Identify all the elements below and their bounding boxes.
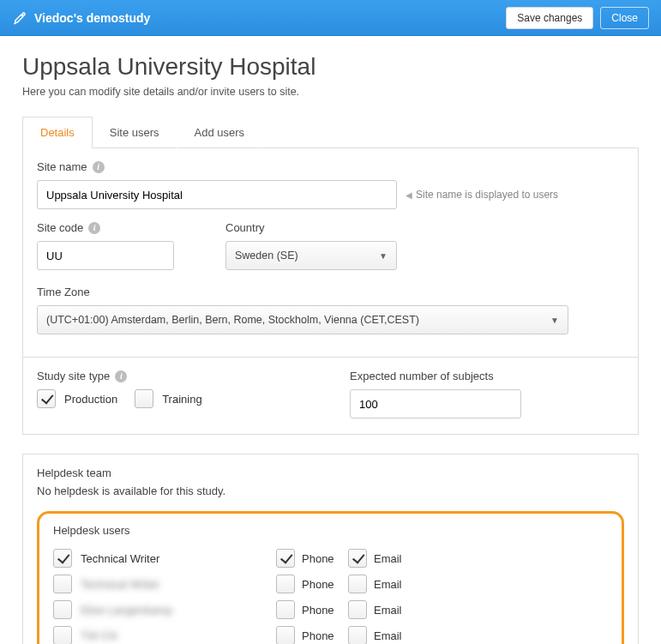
save-button[interactable]: Save changes: [506, 7, 593, 29]
helpdesk-user-name: Technical Writer: [81, 578, 159, 591]
site-name-label: Site name i: [37, 160, 624, 173]
helpdesk-team-label: Helpdesk team: [37, 466, 624, 479]
helpdesk-phone-label: Phone: [302, 578, 334, 591]
site-code-label: Site code i: [37, 221, 174, 234]
helpdesk-phone-label: Phone: [302, 629, 334, 642]
info-icon[interactable]: i: [93, 161, 105, 173]
study-site-type-text: Study site type: [37, 370, 110, 382]
tools-icon: [12, 10, 27, 26]
training-checkbox[interactable]: [135, 389, 153, 408]
helpdesk-email-label: Email: [374, 578, 402, 591]
site-name-input[interactable]: [37, 180, 397, 209]
country-select[interactable]: Sweden (SE) ▼: [225, 241, 397, 270]
helpdesk-email-checkbox[interactable]: [348, 600, 367, 619]
helpdesk-user-checkbox[interactable]: [53, 575, 72, 593]
helpdesk-phone-checkbox[interactable]: [276, 575, 295, 593]
training-label: Training: [162, 393, 201, 406]
helpdesk-user-row: Technical WriterPhoneEmail: [53, 545, 608, 571]
helpdesk-team-msg: No helpdesk is available for this study.: [37, 485, 624, 497]
helpdesk-email-checkbox[interactable]: [348, 575, 367, 593]
chevron-down-icon: ▼: [550, 316, 559, 325]
helpdesk-user-row: Elise LangenkampPhoneEmail: [53, 597, 608, 623]
helpdesk-email-label: Email: [374, 552, 402, 565]
info-icon[interactable]: i: [88, 222, 100, 234]
helpdesk-users-highlight: Helpdesk users Technical WriterPhoneEmai…: [37, 511, 624, 644]
helpdesk-users-label: Helpdesk users: [53, 524, 608, 537]
expected-label: Expected number of subjects: [350, 370, 624, 382]
site-name-hint-text: Site name is displayed to users: [416, 189, 558, 201]
expected-input[interactable]: [350, 389, 521, 418]
info-icon[interactable]: i: [115, 370, 127, 382]
helpdesk-email-label: Email: [374, 604, 402, 617]
site-name-hint: ◀ Site name is displayed to users: [406, 189, 558, 201]
page-title: Uppsala University Hospital: [22, 53, 639, 81]
close-button[interactable]: Close: [600, 7, 649, 29]
timezone-value: (UTC+01:00) Amsterdam, Berlin, Bern, Rom…: [46, 314, 419, 326]
tab-details[interactable]: Details: [22, 117, 93, 148]
helpdesk-panel: Helpdesk team No helpdesk is available f…: [22, 454, 639, 644]
helpdesk-user-checkbox[interactable]: [53, 600, 72, 619]
helpdesk-phone-checkbox[interactable]: [276, 549, 295, 568]
country-value: Sweden (SE): [235, 250, 298, 262]
timezone-select[interactable]: (UTC+01:00) Amsterdam, Berlin, Bern, Rom…: [37, 305, 568, 334]
helpdesk-phone-checkbox[interactable]: [276, 626, 295, 644]
production-checkbox[interactable]: [37, 389, 56, 408]
tabs: Details Site users Add users: [22, 117, 639, 148]
timezone-label: Time Zone: [37, 286, 624, 298]
helpdesk-user-name: Technical Writer: [81, 552, 159, 565]
topbar: Viedoc's demostudy Save changes Close: [0, 0, 661, 36]
page-subtitle: Here you can modify site details and/or …: [22, 86, 639, 98]
site-code-label-text: Site code: [37, 221, 83, 234]
study-site-type-label: Study site type i: [37, 370, 315, 382]
helpdesk-email-checkbox[interactable]: [348, 626, 367, 644]
helpdesk-user-row: Technical WriterPhoneEmail: [53, 571, 608, 597]
helpdesk-email-checkbox[interactable]: [348, 549, 367, 568]
content: Uppsala University Hospital Here you can…: [0, 36, 661, 644]
details-panel: Site name i ◀ Site name is displayed to …: [22, 147, 639, 358]
helpdesk-user-name: Elise Langenkamp: [81, 604, 172, 617]
country-label: Country: [225, 221, 397, 234]
tab-add-users[interactable]: Add users: [177, 117, 263, 148]
site-code-input[interactable]: [37, 241, 174, 270]
production-label: Production: [64, 393, 117, 406]
chevron-left-icon: ◀: [406, 190, 412, 200]
helpdesk-phone-checkbox[interactable]: [276, 600, 295, 619]
helpdesk-user-name: TW CN: [81, 629, 117, 642]
site-type-panel: Study site type i Production Training Ex…: [22, 358, 639, 435]
helpdesk-phone-label: Phone: [302, 604, 334, 617]
tab-site-users[interactable]: Site users: [92, 117, 177, 148]
app-title: Viedoc's demostudy: [34, 11, 499, 25]
helpdesk-user-row: TW CNPhoneEmail: [53, 623, 608, 644]
svg-point-0: [22, 13, 25, 15]
site-name-label-text: Site name: [37, 160, 87, 173]
helpdesk-phone-label: Phone: [302, 552, 334, 565]
helpdesk-user-checkbox[interactable]: [53, 626, 72, 644]
helpdesk-email-label: Email: [374, 629, 402, 642]
helpdesk-user-checkbox[interactable]: [53, 549, 72, 568]
chevron-down-icon: ▼: [379, 251, 388, 261]
